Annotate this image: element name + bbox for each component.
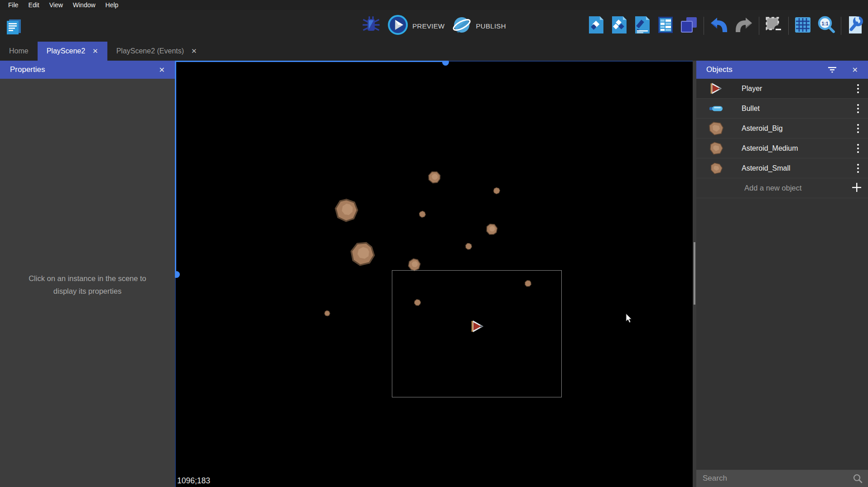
object-row-asteroid-big[interactable]: Asteroid_Big bbox=[696, 119, 868, 138]
objects-panel-header: Objects ✕ bbox=[696, 61, 868, 79]
tab-label: PlayScene2 bbox=[47, 47, 85, 55]
toolbar: PREVIEW PUBLISH bbox=[0, 10, 868, 42]
zoom-reset-button[interactable]: 1:1 bbox=[817, 15, 836, 36]
kebab-menu-icon[interactable] bbox=[855, 122, 861, 135]
objects-panel-icon bbox=[587, 15, 605, 34]
asteroid-instance[interactable] bbox=[324, 310, 330, 318]
layers-panel-icon bbox=[680, 15, 699, 34]
window-resize-handle[interactable] bbox=[175, 271, 180, 278]
close-icon[interactable]: ✕ bbox=[852, 66, 858, 74]
canvas-scrollbar-thumb[interactable] bbox=[694, 242, 695, 305]
window-border-top bbox=[445, 61, 693, 62]
object-groups-icon bbox=[610, 15, 628, 34]
cursor-coordinates: 1096;183 bbox=[177, 476, 210, 486]
toolbar-separator bbox=[841, 17, 841, 35]
project-manager-icon bbox=[5, 29, 23, 37]
add-object-row[interactable]: Add a new object bbox=[696, 178, 868, 198]
tabbar: Home PlayScene2 ✕ PlayScene2 (Events) ✕ bbox=[0, 42, 868, 61]
object-label: Asteroid_Small bbox=[742, 164, 791, 172]
object-label: Asteroid_Big bbox=[742, 124, 783, 133]
instances-list-button[interactable] bbox=[656, 15, 675, 36]
window-resize-handle[interactable] bbox=[442, 61, 449, 66]
tab-label: Home bbox=[9, 47, 29, 55]
asteroid-instance[interactable] bbox=[465, 243, 473, 252]
globe-icon bbox=[452, 15, 472, 37]
kebab-menu-icon[interactable] bbox=[855, 82, 861, 95]
bullet-icon bbox=[706, 105, 726, 112]
object-groups-button[interactable] bbox=[610, 15, 628, 36]
properties-panel-icon bbox=[633, 15, 651, 34]
window-border-left bbox=[175, 61, 176, 274]
scene-properties-button[interactable] bbox=[846, 15, 864, 36]
window-border-left bbox=[175, 274, 176, 487]
redo-icon bbox=[734, 16, 754, 34]
tab-playscene2-events[interactable]: PlayScene2 (Events) ✕ bbox=[107, 42, 206, 61]
objects-panel: Objects ✕ Player bbox=[696, 61, 868, 487]
object-label: Player bbox=[742, 85, 762, 93]
grid-button[interactable] bbox=[794, 16, 812, 36]
object-row-asteroid-medium[interactable]: Asteroid_Medium bbox=[696, 138, 868, 158]
close-icon[interactable]: ✕ bbox=[92, 47, 98, 55]
search-icon bbox=[853, 473, 863, 483]
search-input[interactable] bbox=[696, 470, 853, 487]
publish-button[interactable]: PUBLISH bbox=[452, 15, 506, 37]
scene-canvas[interactable]: 1096;183 bbox=[175, 61, 693, 487]
redo-button[interactable] bbox=[734, 16, 754, 36]
zoom-reset-label: 1:1 bbox=[821, 21, 828, 26]
zoom-reset-icon: 1:1 bbox=[817, 15, 836, 34]
undo-button[interactable] bbox=[709, 16, 729, 36]
object-row-bullet[interactable]: Bullet bbox=[696, 99, 868, 119]
preview-label: PREVIEW bbox=[412, 22, 444, 30]
close-icon[interactable]: ✕ bbox=[191, 47, 197, 55]
menu-item-help[interactable]: Help bbox=[101, 1, 123, 9]
objects-panel-button[interactable] bbox=[587, 15, 605, 36]
objects-search-bar bbox=[696, 470, 868, 487]
asteroid-icon bbox=[706, 142, 726, 155]
deselect-icon bbox=[764, 15, 783, 34]
properties-placeholder-text: Click on an instance in the scene to dis… bbox=[17, 272, 158, 297]
properties-title: Properties bbox=[10, 65, 45, 74]
layers-panel-button[interactable] bbox=[680, 15, 699, 36]
asteroid-icon bbox=[706, 162, 726, 174]
preview-button[interactable]: PREVIEW bbox=[387, 14, 444, 37]
menu-item-edit[interactable]: Edit bbox=[24, 1, 44, 9]
asteroid-instance[interactable] bbox=[419, 210, 426, 220]
kebab-menu-icon[interactable] bbox=[855, 142, 861, 155]
project-manager-button[interactable] bbox=[5, 18, 23, 36]
properties-panel-header: Properties ✕ bbox=[0, 61, 175, 79]
objects-title: Objects bbox=[706, 65, 733, 74]
menubar: File Edit View Window Help bbox=[0, 0, 868, 10]
debug-button[interactable] bbox=[362, 16, 380, 36]
mouse-cursor bbox=[626, 314, 632, 325]
properties-panel: Properties ✕ Click on an instance in the… bbox=[0, 61, 175, 487]
menu-item-view[interactable]: View bbox=[45, 1, 68, 9]
object-row-player[interactable]: Player bbox=[696, 79, 868, 99]
asteroid-instance[interactable] bbox=[349, 240, 376, 269]
player-instance[interactable] bbox=[470, 320, 485, 334]
tab-home[interactable]: Home bbox=[0, 42, 38, 61]
menu-item-window[interactable]: Window bbox=[68, 1, 100, 9]
publish-label: PUBLISH bbox=[476, 22, 506, 30]
asteroid-instance[interactable] bbox=[427, 170, 441, 186]
close-icon[interactable]: ✕ bbox=[159, 66, 165, 74]
tab-playscene2[interactable]: PlayScene2 ✕ bbox=[38, 42, 107, 61]
play-icon bbox=[387, 14, 408, 37]
asteroid-instance[interactable] bbox=[333, 197, 360, 225]
object-row-asteroid-small[interactable]: Asteroid_Small bbox=[696, 158, 868, 178]
tab-label: PlayScene2 (Events) bbox=[116, 47, 184, 55]
asteroid-instance[interactable] bbox=[493, 187, 501, 196]
instances-list-icon bbox=[656, 15, 675, 34]
deselect-button[interactable] bbox=[764, 15, 783, 36]
canvas-scrollbar-track[interactable] bbox=[693, 61, 696, 487]
properties-panel-button[interactable] bbox=[633, 15, 651, 36]
asteroid-instance[interactable] bbox=[485, 223, 498, 238]
kebab-menu-icon[interactable] bbox=[855, 162, 861, 175]
menu-item-file[interactable]: File bbox=[4, 1, 23, 9]
object-label: Bullet bbox=[742, 105, 760, 113]
plus-icon[interactable] bbox=[852, 182, 862, 194]
filter-icon[interactable] bbox=[828, 67, 837, 73]
toolbar-separator bbox=[759, 17, 759, 35]
kebab-menu-icon[interactable] bbox=[855, 102, 861, 115]
object-label: Asteroid_Medium bbox=[742, 144, 798, 153]
toolbar-separator bbox=[704, 17, 704, 35]
